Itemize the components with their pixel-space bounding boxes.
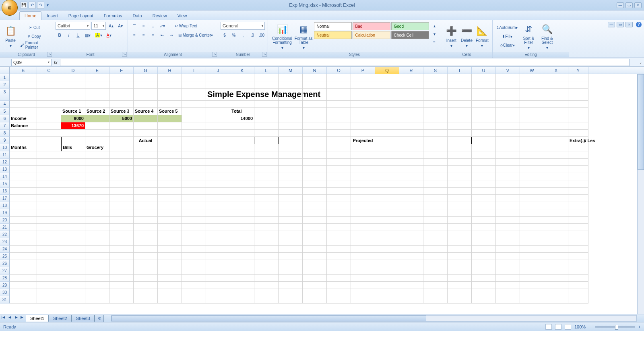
cell-X26[interactable]: [544, 260, 568, 267]
align-middle-button[interactable]: ≡: [140, 22, 148, 30]
cell-N14[interactable]: [303, 173, 327, 180]
cell-T20[interactable]: [448, 217, 472, 224]
italic-button[interactable]: I: [65, 31, 73, 39]
cell-K23[interactable]: [230, 238, 254, 246]
col-header-J[interactable]: J: [206, 67, 230, 74]
style-card-bad[interactable]: Bad: [353, 22, 390, 30]
redo-button[interactable]: ↷: [37, 2, 44, 9]
cell-H29[interactable]: [158, 282, 182, 289]
cell-Y20[interactable]: [568, 217, 588, 224]
cell-S5[interactable]: [423, 108, 448, 115]
cell-P1[interactable]: [351, 74, 375, 81]
cell-Y17[interactable]: [568, 195, 588, 202]
cell-C5[interactable]: [37, 108, 61, 115]
cell-U20[interactable]: [472, 217, 496, 224]
cell-Q27[interactable]: [375, 267, 399, 275]
cell-B8[interactable]: [10, 130, 37, 137]
cell-L12[interactable]: [254, 159, 279, 166]
row-header-23[interactable]: 23: [0, 238, 10, 246]
cell-K14[interactable]: [230, 173, 254, 180]
cell-N27[interactable]: [303, 267, 327, 275]
cell-E22[interactable]: [85, 231, 109, 238]
name-box[interactable]: Q39: [11, 59, 52, 66]
cell-E28[interactable]: [85, 275, 109, 282]
cell-W18[interactable]: [520, 202, 544, 209]
comma-button[interactable]: ,: [239, 31, 247, 39]
cell-C21[interactable]: [37, 224, 61, 231]
cell-D23[interactable]: [61, 238, 85, 246]
cell-N31[interactable]: [303, 296, 327, 304]
cell-N12[interactable]: [303, 159, 327, 166]
cell-B25[interactable]: [10, 253, 37, 260]
cell-X16[interactable]: [544, 188, 568, 195]
cell-B16[interactable]: [10, 188, 37, 195]
row-header-29[interactable]: 29: [0, 282, 10, 289]
cell-F23[interactable]: [109, 238, 134, 246]
cell-G26[interactable]: [134, 260, 158, 267]
cell-D29[interactable]: [61, 282, 85, 289]
copy-button[interactable]: ⎘ Copy: [19, 32, 50, 40]
cell-X6[interactable]: [544, 115, 568, 122]
alignment-launcher[interactable]: ↘: [212, 52, 217, 57]
cell-Q26[interactable]: [375, 260, 399, 267]
cell-O29[interactable]: [327, 282, 351, 289]
cell-T23[interactable]: [448, 238, 472, 246]
col-header-U[interactable]: U: [472, 67, 496, 74]
cell-L31[interactable]: [254, 296, 279, 304]
decrease-font-button[interactable]: A▾: [116, 22, 124, 30]
cell-J25[interactable]: [206, 253, 230, 260]
align-right-button[interactable]: ≡: [149, 31, 157, 39]
cell-H22[interactable]: [158, 231, 182, 238]
cell-J13[interactable]: [206, 166, 230, 173]
cell-W6[interactable]: [520, 115, 544, 122]
row-header-17[interactable]: 17: [0, 195, 10, 202]
cell-F3[interactable]: [109, 89, 134, 101]
cell-C31[interactable]: [37, 296, 61, 304]
cell-W23[interactable]: [520, 238, 544, 246]
cell-H12[interactable]: [158, 159, 182, 166]
cell-H24[interactable]: [158, 246, 182, 253]
cell-O30[interactable]: [327, 289, 351, 296]
maximize-button[interactable]: ▭: [625, 2, 633, 8]
cell-R18[interactable]: [399, 202, 423, 209]
cell-F10[interactable]: [109, 144, 134, 151]
cell-L2[interactable]: [254, 81, 279, 89]
cell-N3[interactable]: [303, 89, 327, 101]
cell-M4[interactable]: [279, 101, 303, 108]
cell-K19[interactable]: [230, 209, 254, 217]
row-header-15[interactable]: 15: [0, 180, 10, 188]
row-header-5[interactable]: 5: [0, 108, 10, 115]
cell-Y23[interactable]: [568, 238, 588, 246]
cell-G9[interactable]: Actual: [134, 137, 158, 144]
cell-N22[interactable]: [303, 231, 327, 238]
cell-J8[interactable]: [206, 130, 230, 137]
cell-I17[interactable]: [182, 195, 206, 202]
cell-P4[interactable]: [351, 101, 375, 108]
cell-P3[interactable]: [351, 89, 375, 101]
cell-P24[interactable]: [351, 246, 375, 253]
cell-N2[interactable]: [303, 81, 327, 89]
sheet-tab-3[interactable]: Sheet3: [72, 315, 95, 322]
col-header-P[interactable]: P: [351, 67, 375, 74]
cell-G8[interactable]: [134, 130, 158, 137]
row-header-2[interactable]: 2: [0, 81, 10, 89]
cell-B15[interactable]: [10, 180, 37, 188]
cell-S24[interactable]: [423, 246, 448, 253]
cell-L4[interactable]: [254, 101, 279, 108]
cell-L24[interactable]: [254, 246, 279, 253]
cell-Q16[interactable]: [375, 188, 399, 195]
row-header-3[interactable]: 3: [0, 89, 10, 101]
row-header-22[interactable]: 22: [0, 231, 10, 238]
cell-G7[interactable]: [134, 122, 158, 130]
cell-C26[interactable]: [37, 260, 61, 267]
cell-V21[interactable]: [496, 224, 520, 231]
merge-center-button[interactable]: ⊞ Merge & Center▾: [177, 31, 215, 39]
cell-W29[interactable]: [520, 282, 544, 289]
cell-S19[interactable]: [423, 209, 448, 217]
cell-T16[interactable]: [448, 188, 472, 195]
cell-N30[interactable]: [303, 289, 327, 296]
cell-R8[interactable]: [399, 130, 423, 137]
cell-C11[interactable]: [37, 151, 61, 159]
cell-X18[interactable]: [544, 202, 568, 209]
ribbon-minimize-button[interactable]: —: [608, 22, 615, 27]
